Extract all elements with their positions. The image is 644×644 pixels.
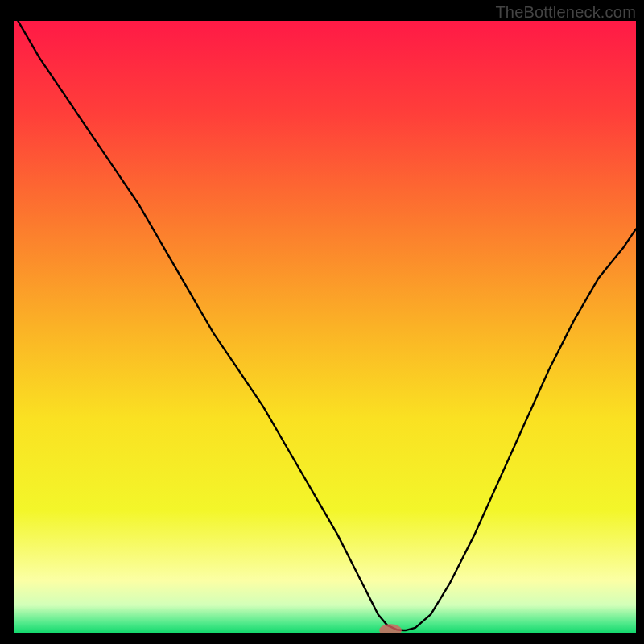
watermark-text: TheBottleneck.com (495, 3, 636, 22)
gradient-background (14, 21, 636, 633)
bottleneck-line-chart (14, 21, 636, 633)
chart-stage: TheBottleneck.com (0, 0, 644, 644)
plot-area (14, 21, 636, 633)
